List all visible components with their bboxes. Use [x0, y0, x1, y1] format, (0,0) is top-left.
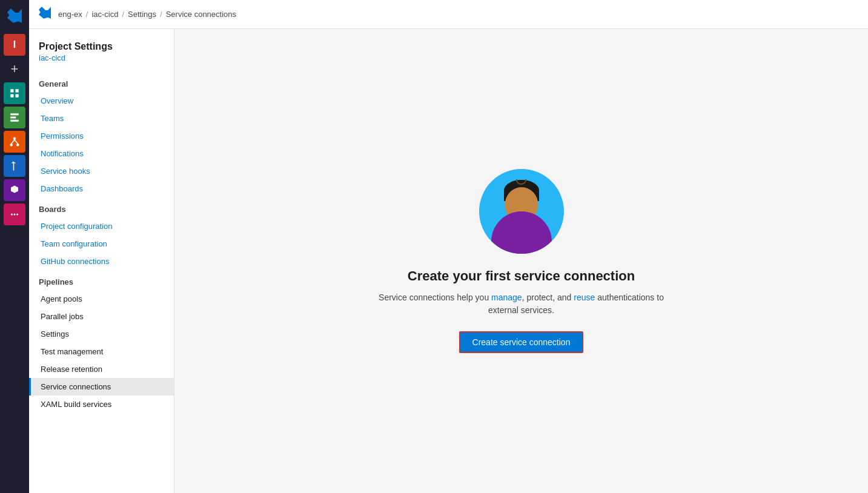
- breadcrumb-sep-3: /: [160, 10, 162, 19]
- sidebar-item-overview[interactable]: Overview: [29, 92, 174, 110]
- sidebar-item-notifications[interactable]: Notifications: [29, 145, 174, 162]
- nav-icon-repos[interactable]: [4, 107, 25, 128]
- azure-devops-icon: [39, 7, 51, 22]
- sidebar-item-teams[interactable]: Teams: [29, 110, 174, 127]
- sidebar-item-test-management[interactable]: Test management: [29, 343, 174, 360]
- nav-icon-artifacts[interactable]: [4, 179, 25, 201]
- sidebar: Project Settings iac-cicd General Overvi…: [29, 29, 174, 493]
- svg-point-5: [10, 144, 13, 147]
- nav-icon-boards[interactable]: [4, 82, 25, 104]
- sidebar-section-general: General: [29, 72, 174, 92]
- sidebar-subtitle[interactable]: iac-cicd: [29, 53, 174, 72]
- breadcrumb-org[interactable]: eng-ex: [58, 10, 82, 19]
- azure-devops-logo[interactable]: [4, 5, 25, 27]
- svg-point-10: [11, 214, 13, 216]
- main-layout: Project Settings iac-cicd General Overvi…: [29, 29, 868, 493]
- svg-rect-3: [16, 94, 19, 98]
- svg-point-6: [16, 144, 19, 147]
- sidebar-item-parallel-jobs[interactable]: Parallel jobs: [29, 308, 174, 325]
- nav-icon-test-plans[interactable]: [4, 155, 25, 177]
- breadcrumb-sep-1: /: [86, 10, 88, 19]
- nav-icon-plus[interactable]: +: [4, 58, 25, 80]
- illustration-avatar: [479, 169, 564, 254]
- sidebar-item-github-connections[interactable]: GitHub connections: [29, 253, 174, 270]
- content-area: Create your first service connection Ser…: [174, 29, 868, 493]
- icon-bar: I +: [0, 0, 29, 493]
- sidebar-item-service-hooks[interactable]: Service hooks: [29, 162, 174, 180]
- breadcrumb-sep-2: /: [122, 10, 124, 19]
- breadcrumb-project[interactable]: iac-cicd: [91, 10, 118, 19]
- sidebar-section-pipelines: Pipelines: [29, 270, 174, 290]
- sidebar-item-agent-pools[interactable]: Agent pools: [29, 290, 174, 308]
- svg-point-9: [14, 214, 16, 216]
- svg-line-8: [15, 140, 18, 144]
- empty-state-title: Create your first service connection: [408, 268, 635, 284]
- nav-icon-1[interactable]: I: [4, 34, 25, 56]
- nav-icon-pipelines[interactable]: [4, 131, 25, 153]
- sidebar-item-permissions[interactable]: Permissions: [29, 127, 174, 145]
- nav-icon-extra[interactable]: [4, 203, 25, 225]
- sidebar-item-xaml-build-services[interactable]: XAML build services: [29, 395, 174, 413]
- sidebar-title: Project Settings: [29, 29, 174, 53]
- create-service-connection-button[interactable]: Create service connection: [459, 331, 584, 353]
- avatar-body: [491, 211, 552, 254]
- svg-point-11: [16, 214, 18, 216]
- empty-state: Create your first service connection Ser…: [370, 169, 673, 353]
- svg-line-7: [12, 140, 15, 144]
- breadcrumb-current: Service connections: [166, 10, 236, 19]
- svg-rect-2: [10, 94, 13, 98]
- sidebar-item-team-configuration[interactable]: Team configuration: [29, 235, 174, 253]
- breadcrumb-bar: eng-ex / iac-cicd / Settings / Service c…: [29, 0, 868, 29]
- sidebar-item-project-configuration[interactable]: Project configuration: [29, 217, 174, 235]
- sidebar-item-service-connections[interactable]: Service connections: [29, 378, 174, 395]
- svg-rect-0: [10, 89, 13, 92]
- svg-rect-1: [16, 89, 19, 92]
- sidebar-item-release-retention[interactable]: Release retention: [29, 360, 174, 378]
- breadcrumb-settings[interactable]: Settings: [128, 10, 156, 19]
- sidebar-section-boards: Boards: [29, 197, 174, 217]
- sidebar-item-settings[interactable]: Settings: [29, 325, 174, 343]
- empty-state-description: Service connections help you manage, pro…: [370, 291, 673, 317]
- link-manage: manage: [491, 293, 522, 302]
- svg-point-4: [13, 137, 16, 141]
- link-reuse: reuse: [574, 293, 595, 302]
- sidebar-item-dashboards[interactable]: Dashboards: [29, 180, 174, 197]
